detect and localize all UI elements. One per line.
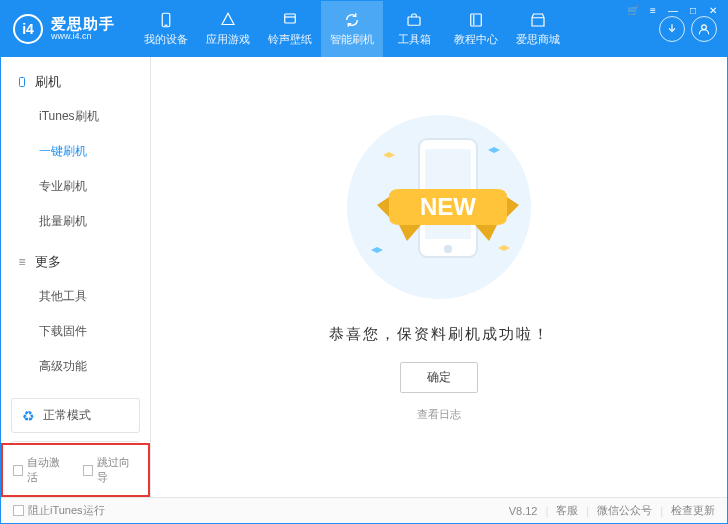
user-icon: [697, 22, 711, 36]
brand-text: 爱思助手 www.i4.cn: [51, 16, 115, 42]
logo-badge-icon: i4: [13, 14, 43, 44]
sidebar-group-more[interactable]: ≡ 更多: [1, 247, 150, 277]
top-nav: 我的设备 应用游戏 铃声壁纸 智能刷机 工具箱 教程中心: [135, 1, 569, 57]
confirm-button[interactable]: 确定: [400, 362, 478, 393]
nav-store[interactable]: 爱思商城: [507, 1, 569, 57]
nav-label: 铃声壁纸: [268, 32, 312, 47]
svg-point-16: [444, 245, 452, 253]
checkbox-block-itunes[interactable]: 阻止iTunes运行: [13, 503, 105, 518]
separator: |: [660, 505, 663, 517]
apps-icon: [218, 11, 238, 29]
nav-label: 教程中心: [454, 32, 498, 47]
sidebar-item-batch-flash[interactable]: 批量刷机: [1, 204, 150, 239]
svg-rect-7: [20, 78, 25, 87]
sidebar: 刷机 iTunes刷机 一键刷机 专业刷机 批量刷机 ≡ 更多 其他工具 下载固…: [1, 57, 151, 497]
checkbox-icon: [13, 465, 23, 476]
view-log-link[interactable]: 查看日志: [417, 407, 461, 422]
checkbox-icon: [83, 465, 93, 476]
refresh-icon: [342, 11, 362, 29]
nav-tutorials[interactable]: 教程中心: [445, 1, 507, 57]
checkbox-label: 阻止iTunes运行: [28, 503, 105, 518]
nav-label: 工具箱: [398, 32, 431, 47]
bottom-options-highlight: 自动激活 跳过向导: [1, 443, 150, 497]
svg-point-6: [702, 25, 707, 30]
group-title: 刷机: [35, 73, 61, 91]
brand-domain: www.i4.cn: [51, 32, 115, 42]
device-mode-box[interactable]: ♻ 正常模式: [11, 398, 140, 433]
book-icon: [466, 11, 486, 29]
checkbox-skip-guide[interactable]: 跳过向导: [83, 455, 139, 485]
menu-icon[interactable]: ≡: [645, 3, 661, 17]
checkbox-label: 跳过向导: [97, 455, 138, 485]
checkbox-icon: [13, 505, 24, 516]
header: 🛒 ≡ — □ ✕ i4 爱思助手 www.i4.cn 我的设备 应用游戏: [1, 1, 727, 57]
maximize-button[interactable]: □: [685, 3, 701, 17]
sidebar-item-advanced[interactable]: 高级功能: [1, 349, 150, 384]
success-message: 恭喜您，保资料刷机成功啦！: [329, 325, 550, 344]
checkbox-label: 自动激活: [27, 455, 68, 485]
close-button[interactable]: ✕: [705, 3, 721, 17]
nav-label: 我的设备: [144, 32, 188, 47]
store-icon: [528, 11, 548, 29]
separator: |: [545, 505, 548, 517]
download-icon: [665, 22, 679, 36]
sidebar-item-other-tools[interactable]: 其他工具: [1, 279, 150, 314]
window-controls: 🛒 ≡ — □ ✕: [625, 3, 721, 17]
sidebar-item-oneclick-flash[interactable]: 一键刷机: [1, 134, 150, 169]
sidebar-group-flash[interactable]: 刷机: [1, 67, 150, 97]
version-label: V8.12: [509, 505, 538, 517]
footer-link-support[interactable]: 客服: [556, 503, 578, 518]
footer-link-update[interactable]: 检查更新: [671, 503, 715, 518]
success-illustration: NEW: [329, 97, 549, 307]
separator: |: [586, 505, 589, 517]
phone-icon: [156, 11, 176, 29]
header-right: [659, 16, 717, 42]
svg-rect-2: [285, 14, 296, 23]
nav-apps[interactable]: 应用游戏: [197, 1, 259, 57]
nav-ringtones[interactable]: 铃声壁纸: [259, 1, 321, 57]
nav-my-device[interactable]: 我的设备: [135, 1, 197, 57]
toolbox-icon: [404, 11, 424, 29]
phone-small-icon: [15, 75, 29, 89]
nav-label: 应用游戏: [206, 32, 250, 47]
music-icon: [280, 11, 300, 29]
minimize-button[interactable]: —: [665, 3, 681, 17]
svg-rect-4: [471, 14, 482, 26]
brand-name: 爱思助手: [51, 16, 115, 33]
nav-label: 智能刷机: [330, 32, 374, 47]
user-button[interactable]: [691, 16, 717, 42]
nav-label: 爱思商城: [516, 32, 560, 47]
nav-flash[interactable]: 智能刷机: [321, 1, 383, 57]
new-banner-text: NEW: [420, 193, 476, 220]
footer-link-wechat[interactable]: 微信公众号: [597, 503, 652, 518]
sidebar-item-pro-flash[interactable]: 专业刷机: [1, 169, 150, 204]
sidebar-item-itunes-flash[interactable]: iTunes刷机: [1, 99, 150, 134]
download-button[interactable]: [659, 16, 685, 42]
footer: 阻止iTunes运行 V8.12 | 客服 | 微信公众号 | 检查更新: [1, 497, 727, 523]
cart-icon[interactable]: 🛒: [625, 3, 641, 17]
more-icon: ≡: [15, 255, 29, 269]
checkbox-auto-activate[interactable]: 自动激活: [13, 455, 69, 485]
svg-rect-3: [408, 17, 420, 25]
group-title: 更多: [35, 253, 61, 271]
sidebar-item-download-firmware[interactable]: 下载固件: [1, 314, 150, 349]
nav-toolbox[interactable]: 工具箱: [383, 1, 445, 57]
main-content: NEW 恭喜您，保资料刷机成功啦！ 确定 查看日志: [151, 57, 727, 497]
sync-icon: ♻: [22, 408, 35, 424]
mode-label: 正常模式: [43, 407, 91, 424]
brand-logo[interactable]: i4 爱思助手 www.i4.cn: [13, 14, 115, 44]
